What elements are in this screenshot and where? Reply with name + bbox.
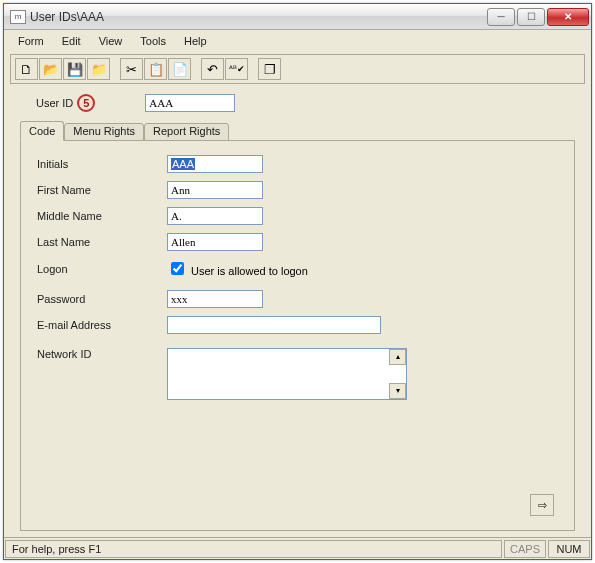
initials-input[interactable]: AAA — [167, 155, 263, 173]
minimize-button[interactable]: ─ — [487, 8, 515, 26]
initials-label: Initials — [37, 158, 167, 170]
initials-value: AAA — [171, 158, 195, 170]
logon-checkbox-row: User is allowed to logon — [167, 259, 308, 278]
cascade-icon[interactable]: ❐ — [258, 58, 281, 80]
logon-check-label: User is allowed to logon — [191, 265, 308, 277]
logon-label: Logon — [37, 263, 167, 275]
menu-help[interactable]: Help — [176, 33, 215, 49]
folder-up-icon[interactable]: 📁 — [87, 58, 110, 80]
tab-panel-code: Initials AAA First Name Middle Name Last… — [20, 140, 575, 531]
user-id-label: User ID — [36, 97, 73, 109]
status-caps: CAPS — [504, 540, 546, 558]
tab-menu-rights[interactable]: Menu Rights — [64, 123, 144, 141]
new-icon[interactable]: 🗋 — [15, 58, 38, 80]
last-name-label: Last Name — [37, 236, 167, 248]
step-badge: 5 — [77, 94, 95, 112]
user-id-input[interactable] — [145, 94, 235, 112]
network-id-text — [168, 349, 389, 399]
logon-checkbox[interactable] — [171, 262, 184, 275]
menu-form[interactable]: Form — [10, 33, 52, 49]
spellcheck-icon[interactable]: ᴬᴮ✔ — [225, 58, 248, 80]
last-name-input[interactable] — [167, 233, 263, 251]
window-title: User IDs\AAA — [30, 10, 487, 24]
scroll-up-icon[interactable]: ▴ — [389, 349, 406, 365]
menubar: Form Edit View Tools Help — [4, 30, 591, 52]
toolbar: 🗋 📂 💾 📁 ✂ 📋 📄 ↶ ᴬᴮ✔ ❐ — [10, 54, 585, 84]
save-icon[interactable]: 💾 — [63, 58, 86, 80]
tab-strip: Code Menu Rights Report Rights — [20, 121, 575, 141]
close-button[interactable]: ✕ — [547, 8, 589, 26]
content-area: User ID 5 Code Menu Rights Report Rights… — [4, 86, 591, 537]
app-icon: m — [10, 10, 26, 24]
middle-name-label: Middle Name — [37, 210, 167, 222]
menu-view[interactable]: View — [91, 33, 131, 49]
app-window: m User IDs\AAA ─ ☐ ✕ Form Edit View Tool… — [3, 3, 592, 560]
middle-name-input[interactable] — [167, 207, 263, 225]
status-num: NUM — [548, 540, 590, 558]
network-id-scroll: ▴ ▾ — [389, 349, 406, 399]
first-name-label: First Name — [37, 184, 167, 196]
tab-code[interactable]: Code — [20, 121, 64, 141]
scroll-down-icon[interactable]: ▾ — [389, 383, 406, 399]
menu-edit[interactable]: Edit — [54, 33, 89, 49]
undo-icon[interactable]: ↶ — [201, 58, 224, 80]
network-id-label: Network ID — [37, 348, 167, 360]
window-controls: ─ ☐ ✕ — [487, 8, 589, 26]
email-input[interactable] — [167, 316, 381, 334]
email-label: E-mail Address — [37, 319, 167, 331]
menu-tools[interactable]: Tools — [132, 33, 174, 49]
arrow-right-icon: ⇨ — [538, 499, 547, 512]
paste-icon[interactable]: 📄 — [168, 58, 191, 80]
maximize-button[interactable]: ☐ — [517, 8, 545, 26]
cut-icon[interactable]: ✂ — [120, 58, 143, 80]
password-label: Password — [37, 293, 167, 305]
next-arrow-button[interactable]: ⇨ — [530, 494, 554, 516]
network-id-input[interactable]: ▴ ▾ — [167, 348, 407, 400]
user-id-row: User ID 5 — [36, 94, 575, 112]
tab-report-rights[interactable]: Report Rights — [144, 123, 229, 141]
status-help: For help, press F1 — [5, 540, 502, 558]
copy-icon[interactable]: 📋 — [144, 58, 167, 80]
titlebar: m User IDs\AAA ─ ☐ ✕ — [4, 4, 591, 30]
statusbar: For help, press F1 CAPS NUM — [4, 537, 591, 559]
first-name-input[interactable] — [167, 181, 263, 199]
open-icon[interactable]: 📂 — [39, 58, 62, 80]
password-input[interactable] — [167, 290, 263, 308]
